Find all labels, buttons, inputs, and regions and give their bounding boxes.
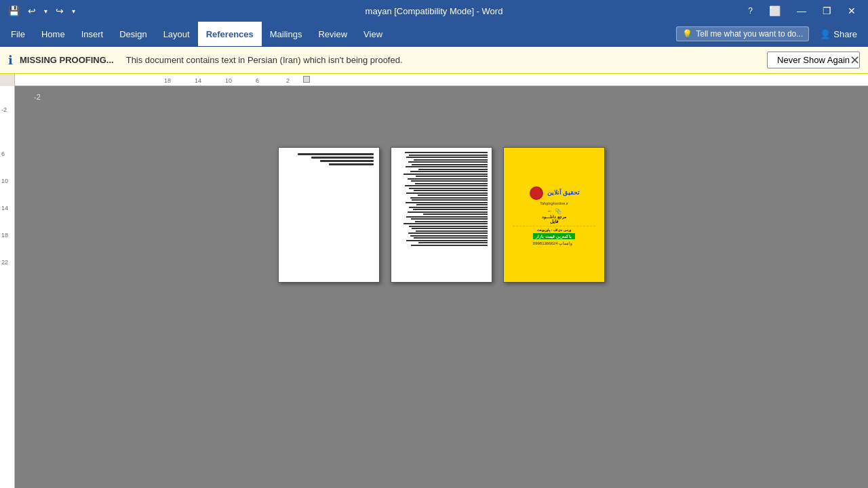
ruler-mark-10: 10: [225, 77, 232, 84]
ad-download-text: مرجع دانلـــود: [542, 214, 566, 219]
ruler-mark-14: 14: [195, 77, 201, 84]
p2l9: [410, 171, 488, 172]
info-icon: ℹ: [8, 53, 13, 68]
p2l2: [409, 155, 488, 156]
pages-row: تحقیق آنلاین Tahghighonline.ir ← 📎 مرجع …: [278, 147, 605, 283]
restore-button[interactable]: ❐: [816, 4, 838, 18]
p2l35: [408, 232, 488, 234]
tab-file[interactable]: File: [3, 22, 33, 46]
tell-me-input[interactable]: 💡 Tell me what you want to do...: [676, 26, 809, 41]
p2l27: [423, 214, 488, 215]
p2l13: [411, 180, 488, 182]
undo-dropdown[interactable]: ▾: [41, 6, 50, 16]
notification-title: MISSING PROOFING...: [20, 55, 114, 65]
ruler-mark-2: 2: [286, 77, 290, 84]
p2l23: [416, 204, 488, 205]
redo-icon: ↪: [56, 5, 64, 16]
document-page-2: [391, 147, 492, 283]
vruler-18: 18: [1, 232, 8, 239]
notification-bar: ℹ MISSING PROOFING... This document cont…: [0, 47, 868, 74]
tab-review[interactable]: Review: [310, 22, 355, 46]
tab-layout[interactable]: Layout: [155, 22, 198, 46]
p2l22: [406, 202, 488, 203]
p2l18: [406, 192, 488, 194]
window-title: mayan [Compatibility Mode] - Word: [366, 6, 503, 16]
tab-design[interactable]: Design: [111, 22, 155, 46]
close-button[interactable]: ✕: [841, 4, 863, 18]
page1-line-2: [311, 157, 374, 159]
p2l4: [414, 159, 488, 161]
vruler-10: 10: [1, 178, 8, 184]
p2l24: [409, 207, 488, 208]
p2l8: [418, 169, 488, 170]
notification-close-button[interactable]: ✕: [846, 53, 864, 68]
p2l15: [405, 185, 488, 186]
p2l39: [418, 242, 488, 243]
p2l26: [408, 211, 488, 213]
save-button[interactable]: 💾: [5, 4, 22, 18]
p2l1: [405, 152, 488, 153]
p2l31: [403, 223, 488, 224]
customize-qat[interactable]: ▾: [69, 6, 78, 16]
p2l17: [414, 190, 488, 191]
title-bar: 💾 ↩ ▾ ↪ ▾ mayan [Compatibility Mode] - W…: [0, 0, 868, 22]
tab-view[interactable]: View: [355, 22, 391, 46]
p2l25: [413, 209, 488, 210]
lightbulb-icon: 💡: [682, 29, 692, 39]
p2l10: [403, 174, 488, 175]
p2l11: [416, 176, 488, 177]
notification-message: This document contains text in Persian (…: [126, 55, 760, 65]
ad-site: Tahghighonline.ir: [540, 201, 568, 205]
page-marker-2: -2: [34, 93, 41, 101]
help-button[interactable]: ?: [741, 4, 760, 18]
ad-title: تحقیق آنلاین: [547, 189, 580, 196]
tab-insert[interactable]: Insert: [73, 22, 112, 46]
ad-whatsapp: واتساپ: [559, 241, 572, 245]
tab-references[interactable]: References: [198, 22, 262, 46]
save-icon: 💾: [8, 5, 20, 16]
ribbon-right-area: 💡 Tell me what you want to do... 👤 Share: [676, 26, 868, 41]
document-page-1: [278, 147, 380, 283]
share-button[interactable]: 👤 Share: [814, 27, 863, 41]
p2l36: [410, 235, 488, 237]
p2l40: [411, 245, 488, 246]
share-icon: 👤: [820, 29, 831, 39]
page1-line-3: [320, 160, 374, 162]
tab-home[interactable]: Home: [33, 22, 73, 46]
document-page-3: تحقیق آنلاین Tahghighonline.ir ← 📎 مرجع …: [503, 147, 605, 283]
ruler-mark-6: 6: [256, 77, 259, 84]
redo-button[interactable]: ↪: [53, 4, 66, 18]
quick-access-toolbar: 💾 ↩ ▾ ↪ ▾: [5, 4, 78, 18]
tab-mailings[interactable]: Mailings: [262, 22, 311, 46]
window-controls: ? ⬜ — ❐ ✕: [741, 4, 863, 18]
p2l30: [415, 221, 488, 222]
page3-ad-content: تحقیق آنلاین Tahghighonline.ir ← 📎 مرجع …: [504, 148, 604, 282]
page1-content: [279, 148, 379, 172]
ribbon-display-options[interactable]: ⬜: [762, 4, 787, 18]
p2l21: [412, 199, 488, 201]
undo-icon: ↩: [28, 5, 36, 16]
horizontal-ruler: 18 14 10 6 2 2: [15, 74, 868, 86]
ribbon: File Home Insert Design Layout Reference…: [0, 22, 868, 47]
ad-word-label: وردـی دی اف - پاورپوینت: [537, 228, 570, 232]
horizontal-ruler-container: 18 14 10 6 2 2: [0, 74, 868, 86]
minimize-button[interactable]: —: [790, 4, 813, 18]
document-canvas: -2: [15, 86, 868, 488]
page1-line-4: [329, 163, 374, 165]
p2l16: [409, 188, 488, 189]
vruler-6: 6: [1, 150, 5, 157]
ad-file-label: فایل: [550, 219, 558, 224]
p2l14: [415, 183, 488, 184]
undo-button[interactable]: ↩: [25, 4, 39, 18]
p2l32: [409, 226, 488, 227]
vruler-14: 14: [1, 205, 8, 211]
ad-logo: [530, 186, 543, 200]
p2l3: [406, 157, 488, 158]
ribbon-options-icon: ⬜: [769, 5, 781, 16]
p2l38: [406, 240, 488, 241]
p2l28: [406, 216, 488, 218]
ribbon-tabs: File Home Insert Design Layout Reference…: [0, 22, 393, 46]
p2l5: [408, 161, 488, 163]
ruler-corner: [0, 74, 15, 86]
ad-phone: 09981366624 واتساپ: [533, 241, 575, 245]
